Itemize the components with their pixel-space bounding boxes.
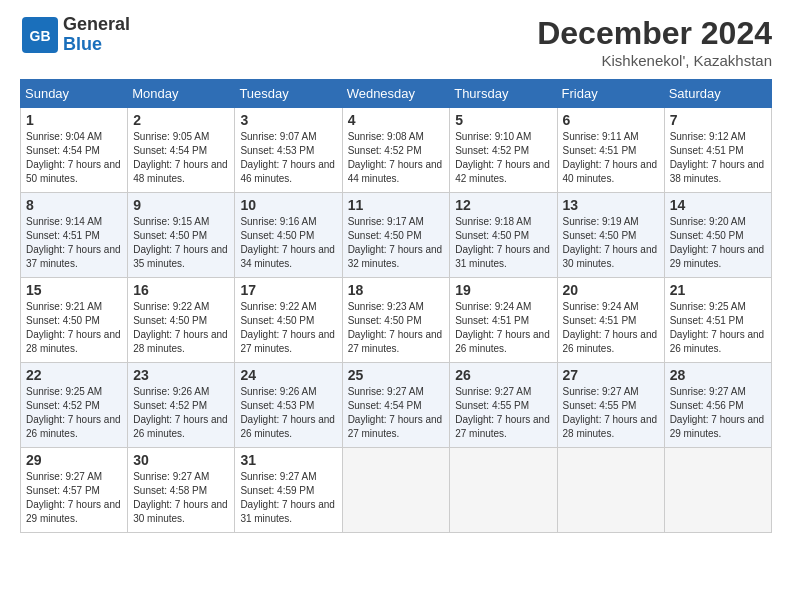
calendar-cell: 1Sunrise: 9:04 AMSunset: 4:54 PMDaylight…: [21, 108, 128, 193]
calendar-cell: 13Sunrise: 9:19 AMSunset: 4:50 PMDayligh…: [557, 193, 664, 278]
day-info: Sunrise: 9:19 AMSunset: 4:50 PMDaylight:…: [563, 215, 659, 271]
logo-blue: Blue: [63, 35, 130, 55]
day-number: 14: [670, 197, 766, 213]
calendar-week-row-4: 22Sunrise: 9:25 AMSunset: 4:52 PMDayligh…: [21, 363, 772, 448]
day-number: 17: [240, 282, 336, 298]
calendar-cell: 11Sunrise: 9:17 AMSunset: 4:50 PMDayligh…: [342, 193, 450, 278]
day-info: Sunrise: 9:16 AMSunset: 4:50 PMDaylight:…: [240, 215, 336, 271]
day-number: 18: [348, 282, 445, 298]
day-info: Sunrise: 9:27 AMSunset: 4:54 PMDaylight:…: [348, 385, 445, 441]
calendar-cell: [450, 448, 557, 533]
col-monday: Monday: [128, 80, 235, 108]
calendar-cell: 27Sunrise: 9:27 AMSunset: 4:55 PMDayligh…: [557, 363, 664, 448]
day-number: 15: [26, 282, 122, 298]
day-info: Sunrise: 9:25 AMSunset: 4:51 PMDaylight:…: [670, 300, 766, 356]
day-info: Sunrise: 9:07 AMSunset: 4:53 PMDaylight:…: [240, 130, 336, 186]
calendar-week-row-5: 29Sunrise: 9:27 AMSunset: 4:57 PMDayligh…: [21, 448, 772, 533]
svg-text:GB: GB: [30, 28, 51, 44]
day-number: 7: [670, 112, 766, 128]
calendar-cell: 5Sunrise: 9:10 AMSunset: 4:52 PMDaylight…: [450, 108, 557, 193]
day-info: Sunrise: 9:18 AMSunset: 4:50 PMDaylight:…: [455, 215, 551, 271]
day-info: Sunrise: 9:22 AMSunset: 4:50 PMDaylight:…: [240, 300, 336, 356]
day-number: 30: [133, 452, 229, 468]
calendar-cell: 20Sunrise: 9:24 AMSunset: 4:51 PMDayligh…: [557, 278, 664, 363]
col-friday: Friday: [557, 80, 664, 108]
day-info: Sunrise: 9:05 AMSunset: 4:54 PMDaylight:…: [133, 130, 229, 186]
calendar-cell: [664, 448, 771, 533]
calendar-cell: 28Sunrise: 9:27 AMSunset: 4:56 PMDayligh…: [664, 363, 771, 448]
day-info: Sunrise: 9:21 AMSunset: 4:50 PMDaylight:…: [26, 300, 122, 356]
day-info: Sunrise: 9:20 AMSunset: 4:50 PMDaylight:…: [670, 215, 766, 271]
calendar-cell: 9Sunrise: 9:15 AMSunset: 4:50 PMDaylight…: [128, 193, 235, 278]
calendar-cell: 7Sunrise: 9:12 AMSunset: 4:51 PMDaylight…: [664, 108, 771, 193]
day-number: 27: [563, 367, 659, 383]
day-info: Sunrise: 9:27 AMSunset: 4:55 PMDaylight:…: [455, 385, 551, 441]
calendar-cell: 19Sunrise: 9:24 AMSunset: 4:51 PMDayligh…: [450, 278, 557, 363]
day-info: Sunrise: 9:27 AMSunset: 4:58 PMDaylight:…: [133, 470, 229, 526]
day-info: Sunrise: 9:15 AMSunset: 4:50 PMDaylight:…: [133, 215, 229, 271]
day-info: Sunrise: 9:26 AMSunset: 4:53 PMDaylight:…: [240, 385, 336, 441]
day-info: Sunrise: 9:04 AMSunset: 4:54 PMDaylight:…: [26, 130, 122, 186]
calendar-week-row-1: 1Sunrise: 9:04 AMSunset: 4:54 PMDaylight…: [21, 108, 772, 193]
calendar-cell: 18Sunrise: 9:23 AMSunset: 4:50 PMDayligh…: [342, 278, 450, 363]
calendar-cell: 6Sunrise: 9:11 AMSunset: 4:51 PMDaylight…: [557, 108, 664, 193]
day-number: 25: [348, 367, 445, 383]
day-number: 5: [455, 112, 551, 128]
day-info: Sunrise: 9:23 AMSunset: 4:50 PMDaylight:…: [348, 300, 445, 356]
day-info: Sunrise: 9:12 AMSunset: 4:51 PMDaylight:…: [670, 130, 766, 186]
day-number: 4: [348, 112, 445, 128]
day-number: 24: [240, 367, 336, 383]
col-wednesday: Wednesday: [342, 80, 450, 108]
calendar-cell: 8Sunrise: 9:14 AMSunset: 4:51 PMDaylight…: [21, 193, 128, 278]
day-number: 16: [133, 282, 229, 298]
day-number: 28: [670, 367, 766, 383]
logo-general: General: [63, 15, 130, 35]
day-number: 6: [563, 112, 659, 128]
day-info: Sunrise: 9:24 AMSunset: 4:51 PMDaylight:…: [455, 300, 551, 356]
day-number: 8: [26, 197, 122, 213]
calendar-cell: 16Sunrise: 9:22 AMSunset: 4:50 PMDayligh…: [128, 278, 235, 363]
month-title: December 2024: [537, 15, 772, 52]
day-number: 29: [26, 452, 122, 468]
calendar-cell: 4Sunrise: 9:08 AMSunset: 4:52 PMDaylight…: [342, 108, 450, 193]
day-number: 3: [240, 112, 336, 128]
col-sunday: Sunday: [21, 80, 128, 108]
calendar-header-row: Sunday Monday Tuesday Wednesday Thursday…: [21, 80, 772, 108]
day-number: 21: [670, 282, 766, 298]
day-info: Sunrise: 9:08 AMSunset: 4:52 PMDaylight:…: [348, 130, 445, 186]
day-info: Sunrise: 9:11 AMSunset: 4:51 PMDaylight:…: [563, 130, 659, 186]
calendar-cell: [342, 448, 450, 533]
calendar-cell: 31Sunrise: 9:27 AMSunset: 4:59 PMDayligh…: [235, 448, 342, 533]
day-number: 11: [348, 197, 445, 213]
calendar-cell: 12Sunrise: 9:18 AMSunset: 4:50 PMDayligh…: [450, 193, 557, 278]
col-saturday: Saturday: [664, 80, 771, 108]
day-number: 23: [133, 367, 229, 383]
day-info: Sunrise: 9:25 AMSunset: 4:52 PMDaylight:…: [26, 385, 122, 441]
calendar-cell: 22Sunrise: 9:25 AMSunset: 4:52 PMDayligh…: [21, 363, 128, 448]
col-thursday: Thursday: [450, 80, 557, 108]
calendar-cell: [557, 448, 664, 533]
calendar-cell: 15Sunrise: 9:21 AMSunset: 4:50 PMDayligh…: [21, 278, 128, 363]
calendar-cell: 25Sunrise: 9:27 AMSunset: 4:54 PMDayligh…: [342, 363, 450, 448]
day-info: Sunrise: 9:17 AMSunset: 4:50 PMDaylight:…: [348, 215, 445, 271]
day-number: 22: [26, 367, 122, 383]
day-info: Sunrise: 9:27 AMSunset: 4:55 PMDaylight:…: [563, 385, 659, 441]
day-number: 26: [455, 367, 551, 383]
calendar-cell: 14Sunrise: 9:20 AMSunset: 4:50 PMDayligh…: [664, 193, 771, 278]
day-info: Sunrise: 9:27 AMSunset: 4:57 PMDaylight:…: [26, 470, 122, 526]
calendar-cell: 10Sunrise: 9:16 AMSunset: 4:50 PMDayligh…: [235, 193, 342, 278]
calendar-table: Sunday Monday Tuesday Wednesday Thursday…: [20, 79, 772, 533]
day-number: 10: [240, 197, 336, 213]
calendar-cell: 29Sunrise: 9:27 AMSunset: 4:57 PMDayligh…: [21, 448, 128, 533]
col-tuesday: Tuesday: [235, 80, 342, 108]
day-number: 12: [455, 197, 551, 213]
day-number: 2: [133, 112, 229, 128]
calendar-cell: 3Sunrise: 9:07 AMSunset: 4:53 PMDaylight…: [235, 108, 342, 193]
day-info: Sunrise: 9:22 AMSunset: 4:50 PMDaylight:…: [133, 300, 229, 356]
day-info: Sunrise: 9:10 AMSunset: 4:52 PMDaylight:…: [455, 130, 551, 186]
calendar-cell: 17Sunrise: 9:22 AMSunset: 4:50 PMDayligh…: [235, 278, 342, 363]
logo: GB General Blue: [20, 15, 130, 55]
day-number: 1: [26, 112, 122, 128]
logo-icon: GB: [20, 15, 60, 55]
calendar-cell: 30Sunrise: 9:27 AMSunset: 4:58 PMDayligh…: [128, 448, 235, 533]
